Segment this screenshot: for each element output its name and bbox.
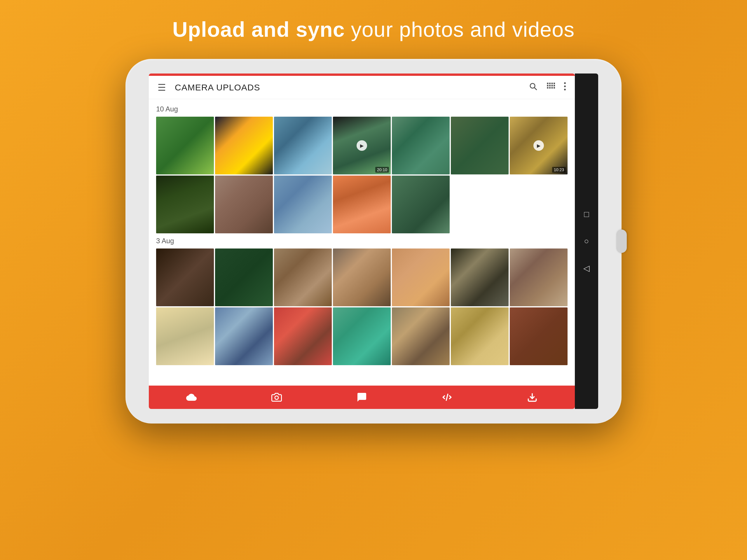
photo-cell[interactable]	[333, 308, 391, 365]
video-duration: 10:23	[552, 167, 566, 173]
date-section-aug3: 3 Aug	[156, 237, 568, 365]
svg-rect-11	[549, 87, 550, 89]
photo-cell[interactable]	[274, 248, 332, 306]
photo-cell[interactable]	[215, 117, 273, 175]
photo-cell[interactable]	[451, 117, 509, 175]
photo-cell[interactable]	[156, 308, 214, 365]
photo-cell[interactable]	[510, 308, 568, 365]
photo-cell[interactable]	[451, 248, 509, 306]
photo-cell[interactable]	[156, 248, 214, 306]
photo-grid-aug10-row2	[156, 176, 568, 233]
date-section-aug10: 10 Aug ▶ 20:10 ▶ 10:23	[156, 105, 568, 233]
headline-normal: your photos and videos	[345, 18, 575, 41]
photo-cell[interactable]	[333, 176, 391, 233]
svg-rect-2	[547, 83, 548, 84]
video-cell[interactable]: ▶ 10:23	[510, 117, 568, 175]
android-nav-bar: □ ○ ◁	[575, 74, 598, 409]
app-toolbar: ☰ CAMERA UPLOADS	[149, 76, 575, 99]
date-label-aug10: 10 Aug	[156, 105, 568, 113]
svg-rect-6	[547, 85, 548, 86]
svg-rect-10	[547, 87, 548, 89]
android-back-button[interactable]: ◁	[583, 263, 590, 273]
more-options-icon[interactable]	[564, 82, 566, 93]
photo-cell[interactable]	[333, 248, 391, 306]
photo-cell[interactable]	[392, 117, 450, 175]
grid-view-icon[interactable]	[546, 82, 555, 93]
nav-cloud-button[interactable]	[186, 392, 197, 402]
nav-transfer-button[interactable]	[442, 392, 452, 402]
empty-cell	[510, 176, 568, 233]
app-content: 10 Aug ▶ 20:10 ▶ 10:23	[149, 99, 575, 385]
tablet-home-button[interactable]	[616, 230, 627, 253]
bottom-nav-bar	[149, 385, 575, 409]
photo-cell[interactable]	[392, 176, 450, 233]
toolbar-icons	[529, 82, 566, 93]
tablet-device: □ ○ ◁ ☰ CAMERA UPLOADS	[126, 59, 621, 424]
video-cell[interactable]: ▶ 20:10	[333, 117, 391, 175]
photo-grid-aug3-row2	[156, 308, 568, 365]
nav-download-button[interactable]	[527, 392, 538, 402]
photo-cell[interactable]	[392, 308, 450, 365]
photo-cell[interactable]	[451, 308, 509, 365]
svg-rect-8	[551, 85, 553, 86]
photo-cell[interactable]	[510, 248, 568, 306]
video-duration: 20:10	[375, 167, 389, 173]
headline-bold: Upload and sync	[173, 18, 345, 41]
photo-cell[interactable]	[274, 308, 332, 365]
photo-cell[interactable]	[156, 176, 214, 233]
photo-grid-aug3-row1	[156, 248, 568, 306]
svg-point-16	[564, 89, 566, 90]
photo-cell[interactable]	[215, 308, 273, 365]
photo-cell[interactable]	[274, 117, 332, 175]
svg-point-14	[564, 82, 566, 84]
photo-cell[interactable]	[215, 176, 273, 233]
svg-point-15	[564, 85, 566, 87]
photo-cell[interactable]	[215, 248, 273, 306]
photo-cell[interactable]	[274, 176, 332, 233]
play-button[interactable]: ▶	[357, 140, 367, 151]
photo-grid-aug10-row1: ▶ 20:10 ▶ 10:23	[156, 117, 568, 175]
toolbar-title: CAMERA UPLOADS	[175, 83, 529, 92]
search-icon[interactable]	[529, 82, 538, 93]
date-label-aug3: 3 Aug	[156, 237, 568, 245]
nav-chat-button[interactable]	[357, 392, 367, 402]
tablet-screen: ☰ CAMERA UPLOADS	[149, 74, 575, 409]
menu-icon[interactable]: ☰	[158, 82, 166, 93]
svg-line-1	[534, 87, 537, 90]
svg-rect-4	[551, 83, 553, 84]
photo-cell[interactable]	[392, 248, 450, 306]
svg-rect-3	[549, 83, 550, 84]
nav-camera-button[interactable]	[272, 392, 282, 402]
svg-rect-5	[553, 83, 555, 84]
android-circle-button[interactable]: ○	[584, 237, 589, 246]
photo-cell[interactable]	[156, 117, 214, 175]
svg-rect-12	[551, 87, 553, 89]
svg-point-0	[530, 83, 535, 88]
svg-rect-7	[549, 85, 550, 86]
headline: Upload and sync your photos and videos	[173, 18, 575, 42]
svg-rect-9	[553, 85, 555, 86]
red-accent-bar	[149, 74, 575, 76]
svg-rect-13	[553, 87, 555, 89]
android-square-button[interactable]: □	[584, 210, 589, 219]
play-button[interactable]: ▶	[534, 140, 544, 151]
svg-point-17	[275, 396, 278, 400]
empty-cell	[451, 176, 509, 233]
